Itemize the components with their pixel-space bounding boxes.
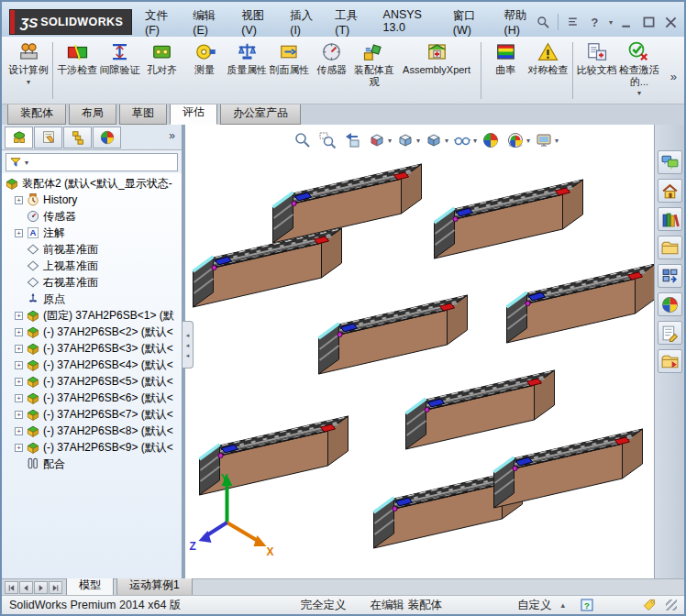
graphics-viewport[interactable]: ▾ ▾ ▾ ▾ ▾ <box>185 125 654 578</box>
dropdown-arrow[interactable]: ▾ <box>388 137 392 145</box>
taskpane-button[interactable] <box>658 179 682 203</box>
toolbar-button[interactable]: 间隙验证 <box>98 40 140 76</box>
panel-tab[interactable] <box>5 126 33 148</box>
toolbar-button[interactable]: 测量 <box>183 40 226 76</box>
battery-module[interactable] <box>494 429 643 508</box>
toolbar-button[interactable]: 检查激活的... <box>618 40 660 97</box>
tree-item[interactable]: + (-) 37AH2P6SB<5> (默认< <box>2 373 182 390</box>
resize-grip[interactable] <box>666 600 677 610</box>
tree-item[interactable]: + 传感器 <box>2 208 182 225</box>
hud-button[interactable] <box>481 131 502 149</box>
hud-button[interactable] <box>318 131 338 149</box>
toolbar-button[interactable]: 质量属性 <box>226 40 268 76</box>
toolbar-button[interactable]: 剖面属性 <box>268 40 310 76</box>
hud-button[interactable] <box>293 131 314 149</box>
hud-button[interactable]: ▾ <box>453 131 477 149</box>
toolbar-overflow-chevron[interactable]: » <box>670 70 677 83</box>
panel-chevron[interactable]: » <box>169 126 179 142</box>
tree-item[interactable]: + (-) 37AH2P6SB<3> (默认< <box>2 340 182 357</box>
help-icon[interactable]: ? <box>587 15 603 30</box>
command-tab[interactable]: 办公室产品 <box>220 103 301 125</box>
panel-tab[interactable] <box>63 126 92 148</box>
expand-icon[interactable]: + <box>15 444 23 452</box>
tree-item[interactable]: + (-) 37AH2P6SB<2> (默认< <box>2 324 182 340</box>
tree-item[interactable]: + (-) 37AH2P6SB<9> (默认< <box>2 439 182 456</box>
filter-dropdown-arrow[interactable]: ▾ <box>25 159 28 167</box>
dropdown-arrow[interactable]: ▾ <box>526 137 530 145</box>
menu-item[interactable]: ANSYS 13.0 <box>383 8 436 37</box>
expand-icon[interactable]: + <box>15 378 23 386</box>
tree-item[interactable]: + 右视基准面 <box>2 274 182 291</box>
tree-item[interactable]: + (-) 37AH2P6SB<8> (默认< <box>2 423 182 439</box>
minimize-button[interactable] <box>619 15 635 30</box>
dropdown-arrow[interactable]: ▾ <box>416 137 420 145</box>
battery-module[interactable] <box>319 295 468 374</box>
toolbar-button[interactable]: AssemblyXpert <box>395 40 478 76</box>
maximize-button[interactable] <box>641 15 657 30</box>
battery-module[interactable] <box>273 164 422 243</box>
expand-icon[interactable]: + <box>15 394 23 402</box>
dropdown-arrow[interactable]: ▾ <box>473 137 477 145</box>
custom-toolbar-arrow[interactable]: ▴ <box>560 600 565 610</box>
toolbar-button[interactable]: 传感器 <box>311 40 353 76</box>
model-view[interactable]: Y X Z <box>185 125 654 578</box>
toolbar-button[interactable]: 比较文档 <box>576 40 618 76</box>
toolbar-button[interactable]: 对称检查 <box>526 40 569 76</box>
command-tab[interactable]: 装配体 <box>7 103 66 125</box>
close-button[interactable] <box>663 15 679 30</box>
menu-item[interactable]: 编辑(E) <box>193 8 224 37</box>
taskpane-button[interactable] <box>658 150 682 174</box>
menu-item[interactable]: 视图(V) <box>241 8 272 37</box>
study-tab[interactable]: 运动算例1 <box>116 576 193 595</box>
taskpane-button[interactable] <box>658 264 682 288</box>
tree-item[interactable]: + (-) 37AH2P6SB<7> (默认< <box>2 406 182 423</box>
tree-item[interactable]: + A 注解 <box>2 225 182 241</box>
menu-item[interactable]: 帮助(H) <box>503 8 536 37</box>
panel-tab[interactable] <box>93 126 121 148</box>
taskpane-button[interactable] <box>658 321 682 345</box>
hud-button[interactable]: ▾ <box>396 131 420 149</box>
expand-icon[interactable]: + <box>15 411 23 419</box>
battery-module[interactable] <box>435 180 583 258</box>
tree-filter[interactable]: ▾ <box>6 153 178 171</box>
tree-item[interactable]: + (固定) 37AH2P6SB<1> (默 <box>2 307 182 324</box>
custom-toolbar-label[interactable]: 自定义 <box>517 598 552 613</box>
taskpane-button[interactable] <box>658 207 682 231</box>
tab-nav-button[interactable] <box>5 581 18 594</box>
battery-module[interactable] <box>406 370 555 449</box>
tree-item[interactable]: + 前视基准面 <box>2 241 182 258</box>
toolbar-button[interactable]: 曲率 <box>484 40 526 76</box>
tree-item[interactable]: + (-) 37AH2P6SB<6> (默认< <box>2 390 182 406</box>
expand-icon[interactable]: + <box>15 196 23 204</box>
tag-icon[interactable] <box>642 598 657 612</box>
taskpane-button[interactable] <box>658 292 682 316</box>
hud-button[interactable] <box>343 131 363 149</box>
battery-module[interactable] <box>194 228 342 307</box>
tree-item[interactable]: + 配合 <box>2 456 182 472</box>
hud-button[interactable]: ▾ <box>425 131 448 149</box>
help-dropdown-arrow[interactable]: ▾ <box>609 18 613 27</box>
tab-nav-button[interactable] <box>34 581 48 594</box>
hud-button[interactable]: ▾ <box>368 131 392 149</box>
taskpane-button[interactable] <box>658 236 682 259</box>
toolbar-button[interactable]: 装配体直观 <box>353 40 395 87</box>
battery-module[interactable] <box>507 264 655 343</box>
taskpane-button[interactable] <box>658 349 682 373</box>
tree-root[interactable]: 装配体2 (默认<默认_显示状态- <box>2 175 182 192</box>
tree-item[interactable]: + History <box>2 192 182 208</box>
menu-item[interactable]: 窗口(W) <box>453 8 487 37</box>
hud-button[interactable]: ▾ <box>506 131 530 149</box>
dropdown-arrow[interactable]: ▾ <box>555 137 559 145</box>
options-icon[interactable] <box>565 15 581 30</box>
battery-assembly[interactable] <box>194 164 655 548</box>
expand-icon[interactable]: + <box>15 427 23 435</box>
hud-button[interactable]: ▾ <box>535 131 559 149</box>
dropdown-arrow[interactable]: ▾ <box>445 137 448 145</box>
command-tab[interactable]: 评估 <box>170 102 217 125</box>
tab-nav-button[interactable] <box>19 581 33 594</box>
quick-help-icon[interactable]: ? <box>580 598 594 612</box>
command-tab[interactable]: 布局 <box>69 103 116 125</box>
study-tab[interactable]: 模型 <box>66 576 114 595</box>
expand-icon[interactable]: + <box>15 312 23 320</box>
toolbar-button[interactable]: 干涉检查 <box>56 40 98 76</box>
